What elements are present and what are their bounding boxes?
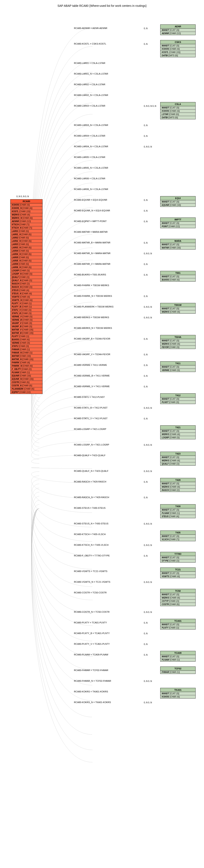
relation-label: RCA80-FHWRK = T001W-WERKS [74, 284, 109, 286]
entity-field: MANDT [CLNT (3)] [161, 339, 195, 342]
entity-field: LAR06 [CHAR (6)] [10, 262, 42, 266]
entity-header: TCA01 [161, 619, 195, 623]
entity-field: WERKS [CHAR (4)] [161, 310, 195, 313]
relation-label: RCA80-LAR05 = CSLA-LSTAR [74, 156, 105, 158]
entity-target: T024AMANDT [CLNT (3)]WERKS [CHAR (4)]FEV… [160, 335, 196, 349]
entity-field: MANDT [CLNT (3)] [161, 397, 195, 401]
relation-label: RCA80-LAR03_N = CSLA-LSTAR [74, 124, 108, 126]
relation-label: RCA80-LAR05_N = CSLA-LSTAR [74, 166, 108, 169]
relation-label: RCA80-KOSTL = CSKS-KOSTL [74, 42, 106, 45]
relation-label: RCA80-WERKS_N = T001W-WERKS [74, 327, 112, 329]
entity-field: VGWTS_N [CHAR (4)] [10, 299, 42, 302]
entity-header: RCA80 [10, 199, 42, 203]
relation-label: RCA80-PLNTY_V = TCA01-PLNTY [74, 643, 110, 645]
relation-label: RCA80-KTSCH = T435-VLSCH [74, 533, 106, 535]
relation-label: RCA80-MATNR = MARA-MATNR [74, 231, 108, 233]
entity-header: T421 [161, 426, 195, 430]
relation-label: RCA80-LAR03 = CSLA-LSTAR [74, 104, 105, 107]
entity-target: T001MANDT [CLNT (3)]BUKRS [CHAR (4)] [160, 271, 196, 282]
entity-field: RASCH [CHAR (2)] [10, 282, 42, 285]
entity-field: VGWTS [CHAR (4)] [10, 296, 42, 299]
cardinality: 0..N [144, 124, 147, 126]
entity-field: WERKS [CHAR (4)] [10, 213, 42, 216]
cardinality: 0..N [144, 481, 147, 483]
entity-field: MANDT [CLNT (3)] [161, 692, 195, 695]
entity-target: TC21MANDT [CLNT (3)]VGWTS [CHAR (4)] [160, 567, 196, 578]
relation-label: RCA80-RASCH_N = T428-RASCH [74, 496, 109, 498]
entity-header: T430 [161, 504, 195, 508]
relation-label: RCA80-FHMAR = TCF02-FHMAR [74, 669, 108, 672]
entity-header: IMPTT [161, 218, 195, 222]
entity-field: MANDT [CLNT (3)] [161, 275, 195, 278]
entity-field: BUKRS [CHAR (4)] [161, 278, 195, 281]
entity-field: MANDT [CLNT (3)] [161, 482, 195, 485]
entity-target: TCA09MANDT [CLNT (3)]PLNAW [CHAR (1)] [160, 651, 196, 661]
entity-field: MANDT [CLNT (3)] [161, 655, 195, 658]
relation-label: RCA80-EQPNT = IMPTT-POINT [74, 220, 107, 222]
entity-field: QUALF [CHAR (2)] [161, 462, 195, 465]
entity-field: WERKS [CHAR (4)] [161, 459, 195, 462]
relation-label: RCA80-KOKRS_N = TKA01-KOKRS [74, 701, 111, 704]
entity-field: FHMAR_N [CHAR (1)] [10, 351, 42, 354]
entity-header: AENR [161, 25, 195, 29]
cardinality: 0..N [144, 353, 147, 356]
entity-header: CSLA [161, 102, 195, 106]
relation-label: RCA80-PLNAW = TCA09-PLNAW [74, 653, 108, 656]
relation-label: RCA80-EQUNR = EQUI-EQUNR [74, 198, 107, 201]
entity-header: TCF02 [161, 667, 195, 671]
entity-target: T421MANDT [CLNT (3)]WERKS [CHAR (4)]LOGR… [160, 425, 196, 439]
entity-header: T412 [161, 394, 195, 397]
entity-field: PLNAW [CHAR (1)] [161, 658, 195, 661]
cardinality: 0..N [144, 338, 147, 340]
entity-field: VERWE [CHAR (3)] [161, 369, 195, 372]
entity-field: VGWTS [CHAR (4)] [161, 575, 195, 578]
entity-field: PLNTY_B [CHAR (1)] [10, 305, 42, 309]
entity-field: QUALF_N [CHAR (2)] [10, 279, 42, 282]
entity-field: KOKRS [CHAR (4)] [161, 48, 195, 51]
entity-field: VAGRP_B [CHAR (3)] [10, 325, 42, 328]
entity-field: AENNR [CHAR (12)] [10, 220, 42, 223]
entity-field: BUKRS [CHAR (4)] [10, 338, 42, 341]
entity-target: CSLAMANDT [CLNT (3)]KOKRS [CHAR (4)]LSTA… [160, 102, 196, 119]
entity-field: QUALF [CHAR (2)] [10, 276, 42, 279]
entity-field: F_OBJTY [CHAR (2)] [10, 368, 42, 371]
entity-header: TKA01 [161, 688, 195, 692]
cardinality: 0..N 0..N [144, 306, 152, 308]
cardinality: 0..N [144, 220, 147, 223]
entity-target: T430MANDT [CLNT (3)]PLNAW [CHAR (1)]STEU… [160, 504, 196, 518]
relation-label: RCA80-VGWTS_N = TC21-VGWTS [74, 581, 110, 583]
entity-field: LAR04 [CHAR (6)] [10, 249, 42, 253]
entity-field: KTSCH_N [CHAR (7)] [10, 226, 42, 229]
entity-field: PLNTY [CHAR (1)] [161, 626, 195, 629]
relation-label: RCA80-F_OBJTY = T778O-OTYPE [74, 554, 110, 557]
entity-field: FHMAR [CHAR (1)] [10, 348, 42, 351]
entity-field: KOSTL [CHAR (10)] [161, 51, 195, 54]
entity-field: STATU_V [CHAR (3)] [10, 309, 42, 312]
relation-label: RCA80-COSTR_N = TC50-COSTR [74, 611, 110, 613]
entity-field: LAR01_N [CHAR (6)] [10, 233, 42, 236]
entity-field: DATBI [DATS (8)] [161, 116, 195, 119]
entity-field: MATNR_B [CHAR (18)] [10, 332, 42, 335]
entity-header: T778O [161, 552, 195, 556]
entity-field: MANDT [CLNT (3)] [161, 430, 195, 433]
relation-label: RCA80-MATNR_B = MARA-MATNR [74, 241, 110, 244]
relation-label: RCA80-LAR02_N = CSLA-LSTAR [74, 94, 108, 96]
entity-field: MANDT [CLNT (3)] [161, 243, 195, 246]
entity-field: KOKRS [CHAR (4)] [10, 203, 42, 207]
entity-field: MANDT [CLNT (3)] [161, 307, 195, 310]
entity-field: LAR03_N [CHAR (6)] [10, 246, 42, 249]
cardinality: 0..N 0..N [144, 252, 152, 255]
entity-field: VAGRP_V [CHAR (3)] [10, 322, 42, 325]
entity-field: EQUNR [CHAR (18)] [161, 204, 195, 207]
entity-field: EQUNR_N [CHAR (18)] [10, 377, 42, 381]
entity-target: EQUIMANDT [CLNT (3)]EQUNR [CHAR (18)] [160, 196, 196, 207]
entity-field: LAR05_N [CHAR (6)] [10, 259, 42, 262]
cardinality: 0..N [144, 43, 147, 45]
relation-label: RCA80-KOKRS = TKA01-KOKRS [74, 690, 108, 693]
relation-label: RCA80-LAR01_N = CSLA-LSTAR [74, 72, 108, 75]
cardinality: 0..N [144, 135, 147, 137]
relation-label: RCA80-MATNR_N = MARA-MATNR [74, 252, 111, 254]
entity-field: COSTR [CHAR (8)] [10, 381, 42, 384]
relation-label: RCA80-PLANWERK = T001W-WERKS [74, 305, 113, 308]
entity-field: MANDT [CLNT (3)] [161, 222, 195, 225]
